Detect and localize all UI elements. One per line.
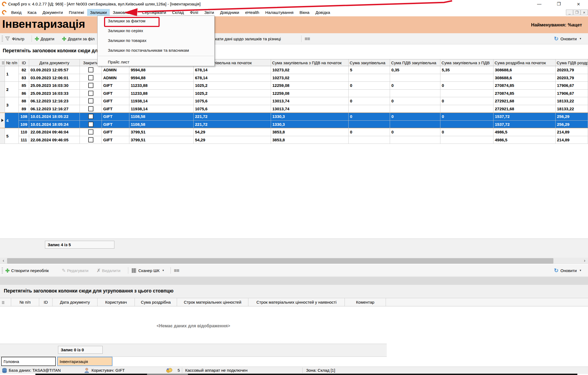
grid2-column-header[interactable]: Користувач xyxy=(98,298,135,306)
grid2-column-header[interactable]: Коментар xyxy=(345,298,386,306)
closed-checkbox[interactable] xyxy=(88,75,93,80)
minimize-button[interactable]: — xyxy=(534,1,544,7)
mdi-restore-button[interactable]: ❐ xyxy=(573,10,580,15)
mdi-minimize-button[interactable]: _ xyxy=(566,10,573,15)
menu-item-Звіти[interactable]: Звіти xyxy=(201,9,217,16)
table-row[interactable]: 8203.09.2023 12:05:57ADMIN9594,88678,141… xyxy=(19,66,588,74)
grid1-column-header[interactable]: Сума закупівельна з ПДВ на початок xyxy=(271,59,349,66)
funnel-icon xyxy=(5,36,10,41)
dropdown-item-4[interactable]: Залишки по постачальникам та власникам xyxy=(98,45,214,55)
table-row[interactable]: 11122.08.2024 09:46:05GIFT3799,5154,2938… xyxy=(19,136,588,144)
grid1-column-header[interactable]: Дата документу xyxy=(29,59,80,66)
delete-button[interactable]: ✗ Видалити xyxy=(97,265,120,276)
close-button[interactable]: × xyxy=(574,1,583,7)
menu-item-Платежі[interactable]: Платежі xyxy=(66,9,87,16)
menu-item-Філії[interactable]: Філії xyxy=(187,9,201,16)
grid1-header-row[interactable]: № п/пIDДата документуЗакритиСума закупів… xyxy=(0,59,588,66)
closed-checkbox[interactable] xyxy=(88,137,93,142)
tab-inventory[interactable]: Інвентаризація xyxy=(57,357,112,366)
refresh-button-bottom[interactable]: ↻ Оновити ▼ xyxy=(554,265,582,276)
closed-checkbox[interactable] xyxy=(88,106,93,111)
grid1-column-header[interactable]: Сума ПДВ роздрібна xyxy=(556,59,588,66)
group-rows: 8203.09.2023 12:05:57ADMIN9594,88678,141… xyxy=(19,66,588,82)
show-data-button[interactable]: кати дані щодо залишків та різниці xyxy=(215,33,281,44)
menu-item-Довідники[interactable]: Довідники xyxy=(217,9,242,16)
scroll-left-arrow[interactable]: ‹ xyxy=(0,258,7,264)
restore-button[interactable]: ❐ xyxy=(554,1,564,7)
grid2-column-header[interactable]: Дата документу xyxy=(53,298,98,306)
filter-button[interactable]: Фільтр xyxy=(5,33,24,44)
menu-item-Замовлення[interactable]: Замовлення xyxy=(110,9,139,16)
horizontal-scrollbar[interactable]: ‹ › xyxy=(0,258,588,264)
menu-item-Вікна[interactable]: Вікна xyxy=(297,9,313,16)
grid-indicator-icon xyxy=(2,61,4,64)
grid-view-button[interactable]: ≣≣ xyxy=(304,33,310,44)
menu-item-Налаштування[interactable]: Налаштування xyxy=(262,9,297,16)
cell-value xyxy=(349,90,390,97)
table-row[interactable]: 8303.09.2023 12:06:01ADMIN9594,88678,141… xyxy=(19,74,588,82)
cell-value: 0,35 xyxy=(390,66,440,74)
toolbar-drag-handle[interactable] xyxy=(2,267,3,273)
menu-item-Каса[interactable]: Каса xyxy=(25,9,39,16)
mdi-close-button[interactable]: × xyxy=(581,10,588,15)
cell-value: 3853,8 xyxy=(271,128,349,136)
dropdown-item-2[interactable]: Залишки по серіях xyxy=(98,26,214,35)
grid2-header-row[interactable]: № п/пIDДата документуКористувачСума розд… xyxy=(0,298,588,306)
table-row[interactable]: 10810.01.2024 18:05:22GIFT1108,58221,721… xyxy=(19,113,588,121)
delete-label: Видалити xyxy=(102,268,120,273)
closed-checkbox[interactable] xyxy=(88,98,93,103)
grid1-indicator-header[interactable] xyxy=(0,59,5,66)
menu-item-Вихід[interactable]: Вихід xyxy=(8,9,25,16)
grid2-column-header[interactable]: Строк матеріальних цінностей у наявності xyxy=(248,298,345,306)
closed-checkbox[interactable] xyxy=(88,129,93,135)
tab-main[interactable]: Головна xyxy=(1,357,56,366)
refresh-button-top[interactable]: ↻ Оновити ▼ xyxy=(554,33,582,44)
closed-checkbox[interactable] xyxy=(88,83,93,88)
edit-button[interactable]: ✎ Редагувати xyxy=(62,265,89,276)
table-row[interactable]: 8906.12.2023 12:16:27GIFT11938,141075,61… xyxy=(19,105,588,113)
scrollbar-thumb[interactable] xyxy=(7,258,553,264)
group-number-cell: 4 xyxy=(5,113,19,128)
menu-item-Склад[interactable]: Склад xyxy=(169,9,187,16)
dropdown-item-5[interactable]: Прайс лист xyxy=(98,57,214,67)
grid1-column-header[interactable]: ID xyxy=(19,59,29,66)
table-row[interactable]: 8525.09.2023 16:03:30GIFT11233,881025,21… xyxy=(19,82,588,90)
table-row[interactable]: 8625.09.2023 16:03:33GIFT11233,881025,21… xyxy=(19,90,588,97)
scroll-right-arrow[interactable]: › xyxy=(581,258,588,264)
grid1-column-header[interactable]: Сума закупівельна з ПДВ xyxy=(440,59,493,66)
grid2-indicator-header[interactable] xyxy=(0,298,11,306)
menu-item-Сертифікати[interactable]: Сертифікати xyxy=(139,9,169,16)
create-recount-button[interactable]: Створити переоблік xyxy=(5,265,49,276)
grid1-column-header[interactable]: № п/п xyxy=(5,59,19,66)
dropdown-item-3[interactable]: Залишки по товарах xyxy=(98,35,214,45)
grid1-column-header[interactable]: Сума роздрібна на початок xyxy=(493,59,556,66)
closed-checkbox[interactable] xyxy=(88,114,93,119)
grid2-column-header[interactable]: Строк матеріальних цінностей xyxy=(177,298,248,306)
grid2-column-header[interactable]: ID xyxy=(39,298,53,306)
bottom-toolbar: Створити переоблік ✎ Редагувати ✗ Видали… xyxy=(0,265,588,276)
add-button[interactable]: Додати xyxy=(35,33,54,44)
toolbar-separator xyxy=(301,35,301,42)
menu-item-Залишки[interactable]: Залишки xyxy=(87,9,110,16)
grid1-column-header[interactable]: Сума закупівельна xyxy=(349,59,390,66)
grid2-column-header[interactable]: № п/п xyxy=(11,298,39,306)
toolbar-drag-handle[interactable] xyxy=(2,36,3,42)
grid1-column-header[interactable]: Сума ПДВ закупівельна xyxy=(390,59,440,66)
table-row[interactable]: 11022.08.2024 09:46:04GIFT3799,5154,2938… xyxy=(19,128,588,136)
menu-item-eHealth[interactable]: eHealth xyxy=(242,9,262,16)
chevron-down-icon: ▼ xyxy=(579,269,582,272)
menu-item-Довідка[interactable]: Довідка xyxy=(312,9,333,16)
closed-checkbox[interactable] xyxy=(88,91,93,96)
grid2-column-header[interactable]: Сума роздрібна xyxy=(135,298,177,306)
add-branch-button[interactable]: Додати за філ xyxy=(62,33,95,44)
grid-view-button[interactable]: ≣≣ xyxy=(174,265,179,276)
cell-value: 270874,85 xyxy=(493,82,556,89)
table-row[interactable]: 8806.12.2023 12:16:23GIFT11938,141075,61… xyxy=(19,97,588,105)
barcode-scanner-button[interactable]: Сканер ШК ▼ xyxy=(132,265,164,276)
table-row[interactable]: 10910.01.2024 18:05:24GIFT1108,58221,721… xyxy=(19,121,588,129)
menu-item-Документи[interactable]: Документи xyxy=(39,9,66,16)
cell-value xyxy=(440,121,493,128)
closed-checkbox[interactable] xyxy=(88,67,93,72)
closed-checkbox[interactable] xyxy=(88,122,93,127)
cell-user: GIFT xyxy=(102,113,129,120)
